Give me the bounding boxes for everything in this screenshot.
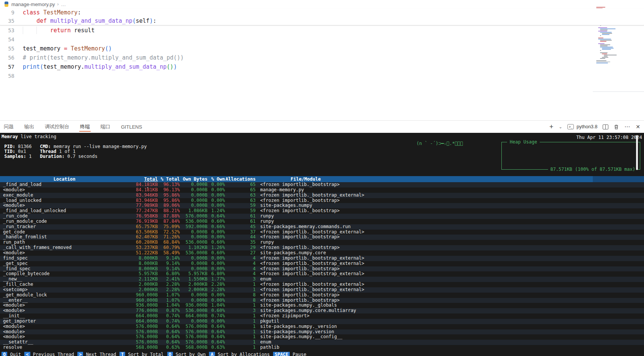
table-row: _compile_bytecode5.957KB6.80%5.957KB6.80…	[0, 271, 644, 277]
line-number: 54	[0, 35, 14, 44]
table-header-tail	[593, 176, 644, 182]
line-number: 57	[0, 62, 14, 71]
memray-title: Memray live tracking	[2, 134, 57, 139]
heap-usage-caption: 87.571KB (100% of 87.571KB max)	[548, 167, 638, 172]
panel-header: 问题输出调试控制台终端端口GITLENS + ⌄ >_ python3.8 ⋯ …	[0, 120, 644, 133]
table-row: _fill_cache2.000KB2.28%2.000KB2.28%1<fro…	[0, 282, 644, 287]
panel-tab-端口[interactable]: 端口	[100, 121, 111, 133]
split-terminal-icon[interactable]	[603, 124, 608, 129]
table-row: _load_unlocked83.946KB95.86%0.000B0.00%6…	[0, 198, 644, 203]
line-number: 53	[0, 26, 14, 35]
breadcrumb-file[interactable]: manage-memory.py	[11, 2, 55, 7]
code-line[interactable]: 56# print(test_memory.multiply_and_sum_d…	[0, 53, 644, 62]
table-row: _run_module_code76.919KB87.84%536.000B0.…	[0, 219, 644, 224]
table-row: _run_tracker65.757KB75.09%592.000B0.66%4…	[0, 224, 644, 230]
terminal[interactable]: Memray live tracking PID: 81366 CMD: mem…	[0, 133, 644, 356]
table-row: exec_module83.946KB95.86%0.000B0.00%63<f…	[0, 193, 644, 198]
code-area[interactable]: 53 return result5455test_memory = TestMe…	[0, 26, 644, 80]
table-row: <module>51.222KB58.49%536.000B0.60%27sit…	[0, 250, 644, 256]
breadcrumb[interactable]: manage-memory.py › …	[0, 0, 66, 8]
heap-usage-plot: Heap Usage 87.571KB (100% of 87.571KB ma…	[501, 142, 640, 170]
code-line[interactable]: 35 def multiply_and_sum_data_np(self):	[0, 17, 644, 25]
hotkey-pause[interactable]: SPACE Pause	[273, 352, 306, 356]
table-row: _find_and_load_unlocked77.247KB88.21%1.0…	[0, 208, 644, 214]
allocation-table-header: LocationTotal Bytes% TotalOwn Bytes% Own…	[0, 176, 644, 182]
table-row: __new__2.112KB2.41%1.550KB1.77%3enum	[0, 277, 644, 282]
table-row: <module>776.000B0.87%536.000B0.60%3site-…	[0, 308, 644, 313]
line-number: 56	[0, 53, 14, 62]
terminal-scrollbar[interactable]	[636, 135, 638, 170]
line-number: 9	[0, 8, 14, 17]
kaomoji: (n ` -´)⊃━☆゚.*・。゚	[416, 141, 463, 146]
new-terminal-button[interactable]: +	[550, 123, 554, 130]
code-line[interactable]: 9class TestMemory:	[0, 8, 644, 17]
hotkey-sort-by-allocations[interactable]: A Sort by Allocations	[209, 352, 270, 356]
table-row: _find_spec8.000KB9.14%0.000B0.00%4<froze…	[0, 266, 644, 272]
hotkey-sort-by-total[interactable]: T Sort by Total	[119, 352, 163, 356]
breadcrumb-symbol[interactable]: …	[61, 2, 66, 7]
table-row: __setattr__576.000B0.64%576.000B0.64%1en…	[0, 340, 644, 345]
table-row: _handle_fromlist62.407KB71.26%0.000B0.00…	[0, 235, 644, 240]
table-row: <module>576.000B0.64%576.000B0.64%1site-…	[0, 329, 644, 335]
line-number: 58	[0, 71, 14, 80]
line-number: 55	[0, 44, 14, 53]
hotkey-previous-thread[interactable]: < Previous Thread	[24, 352, 74, 356]
code-text: return result	[23, 26, 95, 35]
chevron-right-icon: ›	[57, 2, 59, 7]
table-row: <module>576.000B0.64%576.000B0.64%1site-…	[0, 334, 644, 340]
code-text: print(test_memory.multiply_and_sum_data_…	[23, 62, 177, 71]
code-line[interactable]: 55test_memory = TestMemory()	[0, 44, 644, 53]
table-row: _get_module_lock960.000B1.07%0.000B0.00%…	[0, 293, 644, 298]
panel-tab-bar: 问题输出调试控制台终端端口GITLENS	[0, 121, 152, 133]
code-line[interactable]: 54	[0, 35, 644, 44]
panel-tab-输出[interactable]: 输出	[24, 121, 35, 133]
table-row: <module>84.181KB96.13%0.000B0.00%65manag…	[0, 187, 644, 193]
close-panel-icon[interactable]: ✕	[636, 124, 640, 130]
table-row: find_spec8.000KB9.14%0.000B0.00%4<frozen…	[0, 256, 644, 261]
table-row: get_importer664.000B0.74%0.000B0.00%1pkg…	[0, 319, 644, 324]
heap-usage-title: Heap Usage	[507, 139, 540, 145]
code-line[interactable]: 53 return result	[0, 26, 644, 35]
table-row: <module>77.989KB89.06%0.000B0.00%59site-…	[0, 203, 644, 208]
panel-tab-终端[interactable]: 终端	[79, 121, 91, 133]
table-row: get_code63.506KB72.52%0.000B0.00%37<froz…	[0, 230, 644, 235]
panel-actions: + ⌄ >_ python3.8 ⋯ ✕	[550, 121, 640, 133]
line-number: 35	[0, 17, 14, 25]
code-text: test_memory = TestMemory()	[23, 44, 112, 53]
table-row: _find_and_load84.181KB96.13%0.000B0.00%6…	[0, 182, 644, 187]
sticky-scroll: 9class TestMemory:35 def multiply_and_su…	[0, 8, 644, 25]
kill-terminal-icon[interactable]	[614, 124, 619, 130]
hotkey-next-thread[interactable]: > Next Thread	[77, 352, 116, 356]
table-row: _get_spec8.000KB9.14%0.000B0.00%4<frozen…	[0, 261, 644, 266]
terminal-icon: >_	[567, 124, 574, 129]
table-row: <module>576.000B0.64%576.000B0.64%1site-…	[0, 324, 644, 329]
panel-tab-GITLENS[interactable]: GITLENS	[120, 121, 143, 133]
table-row: <module>936.000B1.04%936.000B1.04%1site-…	[0, 303, 644, 308]
editor-pane[interactable]: manage-memory.py › … 9class TestMemory:3…	[0, 0, 644, 120]
code-text: def multiply_and_sum_data_np(self):	[23, 17, 156, 25]
terminal-shell-label: python3.8	[576, 124, 597, 129]
table-row: _call_with_frames_removed53.237KB60.79%1…	[0, 245, 644, 250]
panel-tab-问题[interactable]: 问题	[3, 121, 14, 133]
more-actions-icon[interactable]: ⋯	[624, 123, 630, 130]
vscode-window: manage-memory.py › … 9class TestMemory:3…	[0, 0, 644, 356]
hotkey-quit[interactable]: Q Quit	[2, 352, 21, 356]
table-row: run_path60.280KB68.84%536.000B0.60%35run…	[0, 240, 644, 245]
code-line[interactable]: 57print(test_memory.multiply_and_sum_dat…	[0, 62, 644, 71]
code-text: class TestMemory:	[23, 8, 81, 17]
memray-footer: Q Quit< Previous Thread> Next ThreadT So…	[2, 352, 644, 356]
memray-info-line: Samples: 1 Duration: 0.7 seconds	[2, 154, 97, 159]
table-row: __init__664.000B0.74%664.000B0.74%1<froz…	[0, 313, 644, 319]
table-row: __enter__960.000B1.07%0.000B0.00%8<froze…	[0, 298, 644, 303]
allocation-table: _find_and_load84.181KB96.13%0.000B0.00%6…	[0, 182, 644, 350]
table-row: <setcomp>2.000KB2.28%2.000KB2.28%1<froze…	[0, 287, 644, 293]
panel-tab-调试控制台[interactable]: 调试控制台	[44, 121, 70, 133]
code-text: # print(test_memory.multiply_and_sum_dat…	[23, 53, 184, 62]
terminal-datetime: Thu Apr 11 23:57:08 2024	[576, 135, 642, 140]
terminal-instance[interactable]: >_ python3.8	[567, 124, 597, 129]
hotkey-sort-by-own[interactable]: O Sort by Own	[167, 352, 206, 356]
python-file-icon	[4, 2, 9, 7]
terminal-dropdown-icon[interactable]: ⌄	[559, 124, 562, 129]
code-line[interactable]: 58	[0, 71, 644, 80]
table-row: _run_code76.958KB87.88%576.000B0.64%61ru…	[0, 214, 644, 219]
